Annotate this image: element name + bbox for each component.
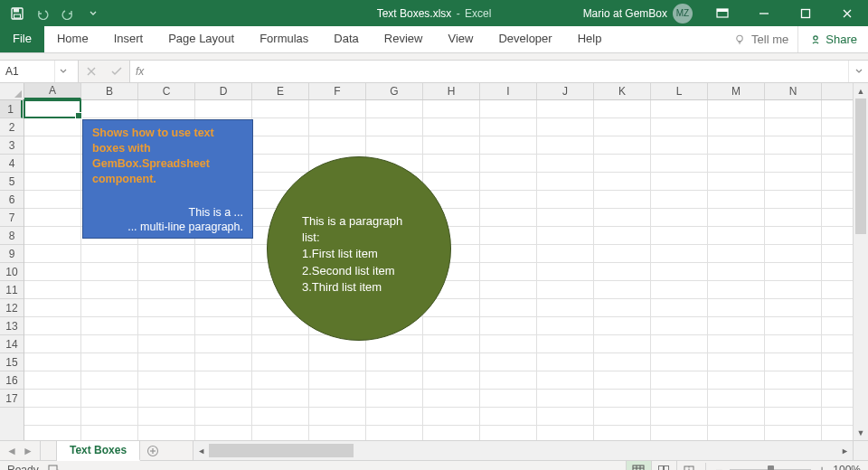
title-bar: Text Boxes.xlsx - Excel Mario at GemBox … (0, 0, 868, 26)
row-header[interactable]: 2 (0, 118, 24, 136)
formula-buttons (79, 61, 130, 82)
name-box-input[interactable] (0, 65, 54, 78)
sheet-tab-strip: ◄ ► Text Boxes ◄ ► (0, 440, 868, 460)
row-header[interactable]: 8 (0, 227, 24, 245)
scroll-corner (853, 441, 868, 460)
col-header[interactable]: N (765, 83, 822, 99)
worksheet-grid[interactable]: A B C D E F G H I J K L M N 1 2 3 4 5 6 … (0, 83, 868, 440)
formula-input-area[interactable]: fx (130, 61, 848, 82)
column-headers[interactable]: A B C D E F G H I J K L M N (24, 83, 853, 100)
formula-bar: fx (0, 61, 868, 83)
row-header[interactable]: 15 (0, 353, 24, 371)
expand-formula-bar-button[interactable] (848, 61, 868, 82)
zoom-slider-knob[interactable] (768, 465, 774, 471)
row-header[interactable]: 7 (0, 209, 24, 227)
zoom-out-button[interactable]: − (715, 463, 722, 470)
col-header[interactable]: M (708, 83, 765, 99)
share-button[interactable]: Share (797, 26, 868, 52)
scroll-thumb[interactable] (209, 444, 354, 457)
tab-developer[interactable]: Developer (486, 26, 564, 52)
col-header[interactable]: L (651, 83, 708, 99)
scroll-left-button[interactable]: ◄ (193, 446, 209, 456)
row-header[interactable]: 10 (0, 263, 24, 281)
row-header[interactable]: 12 (0, 299, 24, 317)
scroll-up-button[interactable]: ▲ (854, 83, 868, 99)
scroll-down-button[interactable]: ▼ (854, 425, 868, 440)
svg-rect-1 (14, 8, 19, 12)
zoom-value[interactable]: 100% (833, 464, 861, 470)
col-header[interactable]: H (423, 83, 480, 99)
new-sheet-button[interactable] (140, 441, 165, 460)
row-header[interactable]: 11 (0, 281, 24, 299)
row-header[interactable]: 14 (0, 335, 24, 353)
scroll-thumb[interactable] (855, 99, 866, 234)
name-box[interactable] (0, 61, 79, 82)
tell-me-search[interactable]: Tell me (724, 26, 797, 52)
textbox-shape-oval[interactable]: This is a paragraph list: 1.First list i… (267, 156, 451, 341)
scroll-right-button[interactable]: ► (837, 446, 853, 456)
zoom-in-button[interactable]: + (818, 463, 826, 470)
col-header[interactable]: J (537, 83, 594, 99)
user-avatar[interactable]: MZ (673, 4, 693, 24)
row-header[interactable]: 6 (0, 191, 24, 209)
enter-formula-button (104, 61, 129, 82)
row-header[interactable]: 9 (0, 245, 24, 263)
tab-help[interactable]: Help (565, 26, 615, 52)
tell-me-label: Tell me (751, 33, 788, 46)
col-header[interactable]: I (480, 83, 537, 99)
row-header[interactable]: 1 (0, 100, 23, 118)
col-header[interactable]: K (594, 83, 651, 99)
tab-split-handle[interactable] (41, 441, 57, 460)
row-header[interactable]: 17 (0, 390, 24, 408)
qat-customize-button[interactable] (81, 3, 105, 24)
view-page-layout-button[interactable] (651, 461, 676, 470)
row-header[interactable]: 5 (0, 173, 24, 191)
view-page-break-button[interactable] (676, 461, 702, 470)
col-header[interactable]: D (195, 83, 252, 99)
row-header[interactable]: 13 (0, 317, 24, 335)
sheet-tab-active[interactable]: Text Boxes (57, 441, 140, 461)
tab-page-layout[interactable]: Page Layout (156, 26, 247, 52)
horizontal-scrollbar[interactable]: ◄ ► (193, 441, 853, 460)
name-box-dropdown[interactable] (54, 61, 71, 82)
row-header[interactable]: 3 (0, 136, 24, 155)
textbox-paragraph: This is a ... ... multi-line paragraph. (92, 205, 243, 236)
tab-view[interactable]: View (435, 26, 486, 52)
cell-area[interactable]: Shows how to use text boxes with GemBox.… (24, 100, 853, 440)
view-normal-button[interactable] (626, 461, 651, 470)
fx-icon[interactable]: fx (136, 65, 144, 78)
collapsed-ribbon (0, 53, 868, 61)
tab-formulas[interactable]: Formulas (247, 26, 321, 52)
sheet-nav-prev[interactable]: ◄ (4, 441, 20, 460)
tab-home[interactable]: Home (44, 26, 101, 52)
sheet-nav-next[interactable]: ► (20, 441, 36, 460)
row-header[interactable]: 16 (0, 371, 24, 390)
vertical-scrollbar[interactable]: ▲ ▼ (853, 83, 868, 440)
cancel-formula-button (79, 61, 104, 82)
ribbon-display-button[interactable] (702, 0, 743, 26)
file-tab[interactable]: File (0, 26, 44, 52)
col-header[interactable]: C (138, 83, 195, 99)
col-header[interactable]: B (81, 83, 138, 99)
close-button[interactable] (826, 0, 868, 26)
status-ready: Ready (7, 464, 39, 470)
select-all-corner[interactable] (0, 83, 24, 100)
tab-data[interactable]: Data (321, 26, 371, 52)
maximize-button[interactable] (785, 0, 826, 26)
col-header[interactable]: G (366, 83, 423, 99)
tab-review[interactable]: Review (372, 26, 436, 52)
row-header[interactable]: 4 (0, 155, 24, 173)
share-icon (809, 33, 822, 46)
col-header[interactable]: E (252, 83, 309, 99)
tab-insert[interactable]: Insert (101, 26, 156, 52)
textbox-shape-rect[interactable]: Shows how to use text boxes with GemBox.… (82, 119, 253, 239)
macro-record-icon[interactable] (48, 464, 61, 471)
filename: Text Boxes.xlsx (377, 7, 452, 20)
col-header[interactable]: A (24, 83, 81, 99)
minimize-button[interactable] (743, 0, 785, 26)
row-headers[interactable]: 1 2 3 4 5 6 7 8 9 10 11 12 13 14 15 16 1… (0, 100, 24, 440)
col-header[interactable]: F (309, 83, 366, 99)
undo-button[interactable] (31, 3, 54, 24)
save-button[interactable] (5, 3, 29, 24)
redo-button[interactable] (56, 3, 80, 24)
